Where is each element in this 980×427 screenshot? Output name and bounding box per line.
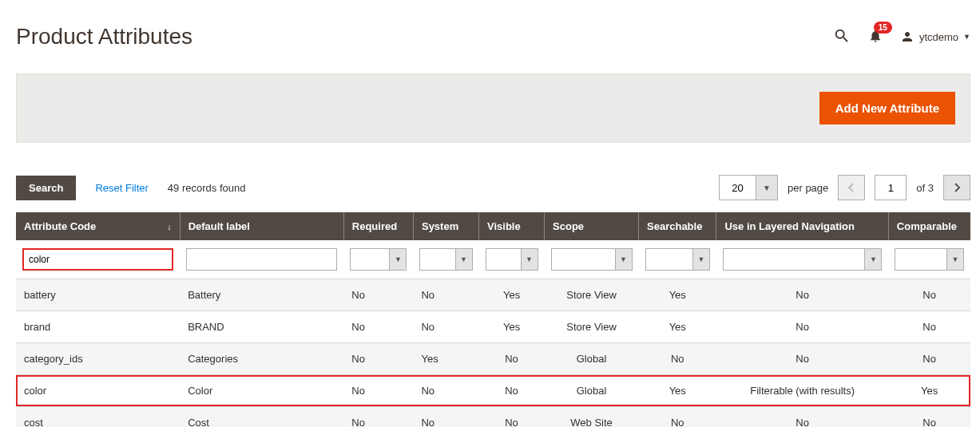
cell-comparable: No <box>888 311 970 343</box>
cell-comparable: Yes <box>888 375 970 407</box>
cell-layered: No <box>716 343 888 375</box>
page-input[interactable] <box>875 175 907 200</box>
cell-system: No <box>413 375 478 407</box>
attributes-grid: Attribute Code↓ Default label Required S… <box>16 212 970 427</box>
cell-code: cost <box>16 407 180 428</box>
cell-searchable: No <box>639 407 716 428</box>
col-comparable[interactable]: Comparable <box>888 212 970 240</box>
cell-required: No <box>343 279 413 311</box>
filter-visible[interactable]: ▼ <box>486 248 538 271</box>
cell-code: category_ids <box>16 343 180 375</box>
col-attribute-code[interactable]: Attribute Code↓ <box>16 212 180 240</box>
perpage-input[interactable] <box>719 175 756 200</box>
col-visible[interactable]: Visible <box>479 212 545 240</box>
cell-code: brand <box>16 311 180 343</box>
username-label: ytcdemo <box>919 31 958 43</box>
cell-visible: Yes <box>479 311 545 343</box>
cell-visible: No <box>479 343 545 375</box>
cell-layered: Filterable (with results) <box>716 375 888 407</box>
filter-row: ▼ ▼ ▼ ▼ ▼ ▼ ▼ <box>16 240 970 279</box>
col-default-label[interactable]: Default label <box>180 212 343 240</box>
cell-label: Cost <box>180 407 343 428</box>
cell-visible: No <box>479 375 545 407</box>
cell-system: No <box>413 407 478 428</box>
table-row[interactable]: brandBRANDNoNoYesStore ViewYesNoNo <box>16 311 970 343</box>
col-searchable[interactable]: Searchable <box>639 212 716 240</box>
chevron-down-icon: ▼ <box>864 248 882 271</box>
cell-searchable: Yes <box>639 279 716 311</box>
chevron-down-icon: ▼ <box>521 248 538 271</box>
prev-page-button[interactable] <box>838 175 865 200</box>
cell-required: No <box>343 375 413 407</box>
add-new-attribute-button[interactable]: Add New Attribute <box>819 92 955 125</box>
records-count: 49 records found <box>168 182 246 194</box>
page-of-label: of 3 <box>916 182 934 194</box>
cell-required: No <box>343 311 413 343</box>
filter-default-label[interactable] <box>186 248 337 271</box>
filter-system[interactable]: ▼ <box>419 248 472 271</box>
chevron-down-icon: ▼ <box>455 248 473 271</box>
table-row[interactable]: colorColorNoNoNoGlobalYesFilterable (wit… <box>16 375 970 407</box>
chevron-down-icon: ▼ <box>692 248 710 271</box>
filter-required[interactable]: ▼ <box>350 248 407 271</box>
cell-searchable: No <box>639 343 716 375</box>
page-header: Product Attributes 15 ytcdemo ▼ <box>16 16 970 73</box>
cell-system: Yes <box>413 343 478 375</box>
col-layered-nav[interactable]: Use in Layered Navigation <box>716 212 888 240</box>
cell-comparable: No <box>888 343 970 375</box>
cell-scope: Web Site <box>545 407 639 428</box>
cell-system: No <box>413 279 478 311</box>
cell-label: BRAND <box>180 311 343 343</box>
filter-searchable[interactable]: ▼ <box>645 248 710 271</box>
notification-badge: 15 <box>874 22 892 34</box>
chevron-down-icon: ▼ <box>389 248 407 271</box>
cell-scope: Store View <box>545 279 639 311</box>
cell-scope: Global <box>545 375 639 407</box>
reset-filter-link[interactable]: Reset Filter <box>95 182 148 194</box>
cell-code: battery <box>16 279 180 311</box>
col-system[interactable]: System <box>413 212 478 240</box>
chevron-down-icon: ▼ <box>946 248 964 271</box>
next-page-button[interactable] <box>943 175 970 200</box>
cell-layered: No <box>716 407 888 428</box>
cell-code: color <box>16 375 180 407</box>
cell-searchable: Yes <box>639 375 716 407</box>
cell-layered: No <box>716 279 888 311</box>
chevron-down-icon[interactable]: ▼ <box>756 175 778 200</box>
perpage-select[interactable]: ▼ <box>719 175 778 200</box>
table-row[interactable]: category_idsCategoriesNoYesNoGlobalNoNoN… <box>16 343 970 375</box>
table-row[interactable]: batteryBatteryNoNoYesStore ViewYesNoNo <box>16 279 970 311</box>
cell-searchable: Yes <box>639 311 716 343</box>
filter-attribute-code[interactable] <box>22 248 173 271</box>
col-required[interactable]: Required <box>343 212 413 240</box>
filter-layered-nav[interactable]: ▼ <box>723 248 882 271</box>
cell-visible: Yes <box>479 279 545 311</box>
grid-toolbar: Search Reset Filter 49 records found ▼ p… <box>16 175 970 200</box>
cell-comparable: No <box>888 407 970 428</box>
user-menu[interactable]: ytcdemo ▼ <box>900 30 970 44</box>
cell-system: No <box>413 311 478 343</box>
cell-label: Categories <box>180 343 343 375</box>
perpage-label: per page <box>788 182 828 194</box>
header-actions: 15 ytcdemo ▼ <box>833 27 970 47</box>
header-row: Attribute Code↓ Default label Required S… <box>16 212 970 240</box>
action-bar: Add New Attribute <box>16 73 970 143</box>
col-scope[interactable]: Scope <box>545 212 639 240</box>
cell-label: Color <box>180 375 343 407</box>
table-row[interactable]: costCostNoNoNoWeb SiteNoNoNo <box>16 407 970 428</box>
chevron-down-icon: ▼ <box>615 248 633 271</box>
cell-scope: Store View <box>545 311 639 343</box>
cell-label: Battery <box>180 279 343 311</box>
cell-layered: No <box>716 311 888 343</box>
search-button[interactable]: Search <box>16 176 76 200</box>
page-title: Product Attributes <box>16 24 192 49</box>
filter-comparable[interactable]: ▼ <box>895 248 964 271</box>
filter-scope[interactable]: ▼ <box>551 248 633 271</box>
cell-required: No <box>343 343 413 375</box>
cell-scope: Global <box>545 343 639 375</box>
search-icon[interactable] <box>833 27 851 47</box>
sort-desc-icon: ↓ <box>167 222 172 231</box>
cell-required: No <box>343 407 413 428</box>
chevron-down-icon: ▼ <box>963 33 970 41</box>
notification-icon[interactable]: 15 <box>868 28 883 46</box>
